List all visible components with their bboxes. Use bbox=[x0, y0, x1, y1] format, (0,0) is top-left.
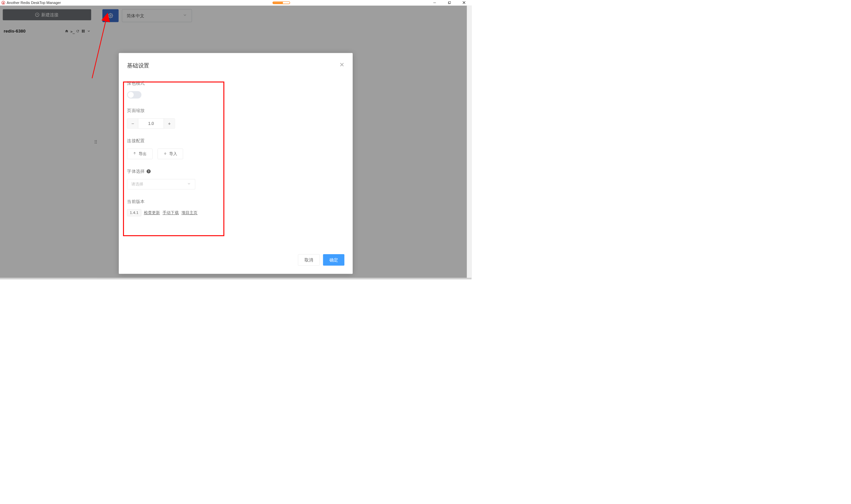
minimize-button[interactable] bbox=[427, 0, 442, 6]
download-icon bbox=[163, 151, 167, 156]
statusbar-edge bbox=[0, 278, 472, 279]
project-home-link[interactable]: 项目主页 bbox=[181, 210, 198, 216]
version-badge: 1.4.1 bbox=[127, 209, 141, 216]
settings-dialog: 基础设置 ✕ 深色模式 页面缩放 − 1.0 + bbox=[119, 53, 353, 274]
upload-icon bbox=[132, 151, 136, 156]
export-button[interactable]: 导出 bbox=[127, 148, 152, 159]
dark-mode-label: 深色模式 bbox=[127, 80, 344, 86]
dark-mode-toggle[interactable] bbox=[127, 91, 141, 98]
font-placeholder: 请选择 bbox=[131, 181, 144, 187]
zoom-stepper: − 1.0 + bbox=[127, 118, 175, 129]
zoom-value[interactable]: 1.0 bbox=[138, 119, 163, 129]
version-label: 当前版本 bbox=[127, 199, 344, 205]
close-button[interactable]: ✕ bbox=[457, 0, 472, 6]
dialog-title: 基础设置 bbox=[127, 62, 344, 69]
titlebar: Another Redis DeskTop Manager ✕ bbox=[0, 0, 472, 6]
confirm-button[interactable]: 确定 bbox=[323, 254, 344, 266]
cancel-button[interactable]: 取消 bbox=[298, 254, 319, 266]
svg-rect-2 bbox=[449, 1, 451, 3]
page-zoom-label: 页面缩放 bbox=[127, 108, 344, 114]
maximize-button[interactable] bbox=[442, 0, 457, 6]
progress-indicator bbox=[272, 1, 290, 4]
font-family-label: 字体选择 ? bbox=[127, 168, 344, 175]
dialog-close-button[interactable]: ✕ bbox=[339, 61, 344, 68]
help-icon[interactable]: ? bbox=[147, 169, 150, 174]
import-button[interactable]: 导入 bbox=[158, 148, 183, 159]
font-family-select[interactable]: 请选择 bbox=[127, 179, 195, 190]
zoom-increase-button[interactable]: + bbox=[164, 119, 175, 129]
vertical-scrollbar[interactable] bbox=[467, 6, 472, 278]
manual-download-link[interactable]: 手动下载 bbox=[162, 210, 179, 216]
app-title: Another Redis DeskTop Manager bbox=[7, 1, 61, 5]
app-icon bbox=[1, 1, 5, 5]
check-update-link[interactable]: 检查更新 bbox=[144, 210, 160, 216]
chevron-down-icon bbox=[187, 182, 191, 187]
zoom-decrease-button[interactable]: − bbox=[127, 119, 138, 129]
conn-config-label: 连接配置 bbox=[127, 138, 344, 144]
